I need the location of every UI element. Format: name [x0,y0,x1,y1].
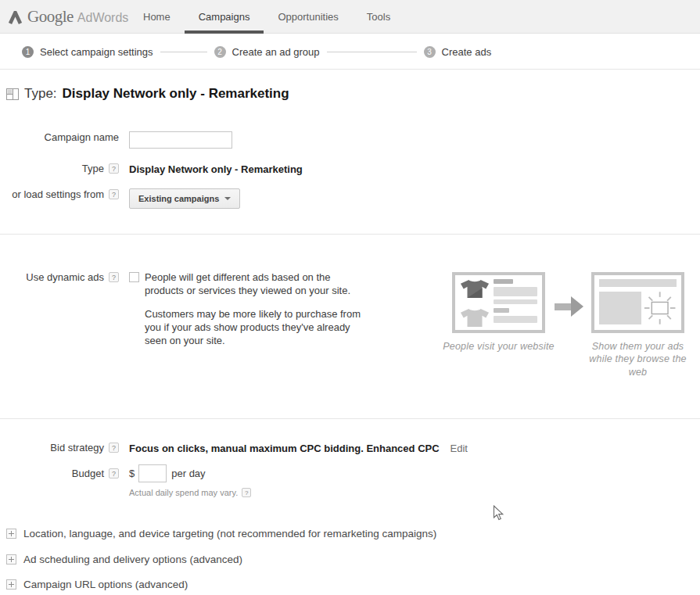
expand-plus-icon[interactable] [6,554,16,565]
campaign-type-icon [6,88,19,100]
website-visit-illustration [452,272,545,333]
dynamic-ads-checkbox-text: People will get different ads based on t… [145,271,370,297]
load-settings-help-icon[interactable] [109,189,119,199]
budget-note-help-icon[interactable] [242,488,251,497]
section-divider [0,234,700,235]
type-label: Type [82,163,104,174]
dynamic-ads-checkbox[interactable] [129,272,139,282]
section-campaign-url-options[interactable]: Campaign URL options (advanced) [6,579,188,590]
step-2-label: Create an ad group [232,46,320,58]
currency-symbol: $ [129,464,135,482]
step-2-circle: 2 [214,46,226,58]
budget-unit: per day [171,464,205,482]
campaign-name-input[interactable] [129,131,232,149]
step-3-label: Create ads [442,46,492,58]
remarketing-illustration: People visit your website [452,272,684,378]
tshirt-light-icon [460,308,490,328]
campaign-name-label: Campaign name [0,131,119,143]
top-header: Google AdWords Home Campaigns Opportunit… [0,0,700,34]
expand-plus-icon[interactable] [6,529,16,539]
adwords-campaign-settings-page: Google AdWords Home Campaigns Opportunit… [0,0,700,595]
budget-help-icon[interactable] [109,468,119,479]
section-divider [0,418,700,419]
budget-input[interactable] [138,464,167,482]
expand-plus-icon[interactable] [6,579,16,590]
arrow-right-icon [555,296,583,317]
nav-item-tools[interactable]: Tools [353,0,404,34]
text-bar [494,287,537,296]
content-block [599,292,641,324]
nav-item-home[interactable]: Home [129,0,185,34]
step-1-label: Select campaign settings [40,46,153,58]
bid-strategy-value: Focus on clicks, manual maximum CPC bidd… [129,443,440,454]
chevron-down-icon [224,197,231,200]
step-3-circle: 3 [424,46,436,58]
bid-strategy-help-icon[interactable] [109,443,119,453]
google-adwords-logo: Google AdWords [0,7,129,27]
type-row: Type Display Network only - Remarketing [0,163,303,175]
type-help-icon[interactable] [109,163,119,174]
step-2: 2 Create an ad group [214,46,320,58]
page-title-value: Display Network only - Remarketing [63,86,289,102]
page-title: Type: Display Network only - Remarketing [6,86,289,102]
load-settings-label: or load settings from [12,188,104,200]
logo-adwords-text: AdWords [77,11,129,25]
illustration-right-caption: Show them your ads while they browse the… [581,340,695,378]
bid-strategy-edit-link[interactable]: Edit [451,443,468,454]
nav-item-opportunities[interactable]: Opportunities [264,0,352,34]
nav-item-campaigns[interactable]: Campaigns [185,0,264,34]
browse-web-illustration [591,272,684,333]
campaign-name-row: Campaign name [0,131,232,149]
text-bar [494,299,537,304]
logo-google-text: Google [27,7,74,27]
step-1: 1 Select campaign settings [22,46,153,58]
wizard-step-bar: 1 Select campaign settings 2 Create an a… [0,34,700,70]
adwords-a-icon [8,11,23,24]
budget-label: Budget [72,468,104,479]
budget-note: Actual daily spend may vary. [129,488,238,497]
mouse-cursor [493,505,504,522]
budget-row: Budget $ per day Actual daily spend may … [0,464,251,497]
text-bar [494,316,537,323]
load-settings-row: or load settings from Existing campaigns [0,188,240,209]
bid-strategy-row: Bid strategy Focus on clicks, manual max… [0,442,468,454]
page-title-prefix: Type: [24,86,57,102]
dynamic-ads-description: Customers may be more likely to purchase… [145,308,370,347]
step-connector [160,52,207,52]
section-ad-scheduling[interactable]: Ad scheduling and delivery options (adva… [6,554,242,565]
existing-campaigns-dropdown[interactable]: Existing campaigns [129,188,240,209]
type-value: Display Network only - Remarketing [129,163,303,175]
main-nav: Home Campaigns Opportunities Tools [129,0,404,34]
text-bar [494,279,513,284]
step-connector [327,52,417,52]
step-3: 3 Create ads [424,46,492,58]
bid-strategy-label: Bid strategy [50,442,104,453]
banner-bar [599,279,677,287]
illustration-left-caption: People visit your website [442,340,556,353]
text-bar [494,308,509,313]
dynamic-ads-row: Use dynamic ads People will get differen… [0,271,370,347]
dynamic-ads-help-icon[interactable] [109,272,119,282]
section-location-targeting[interactable]: Location, language, and device targeting… [6,528,436,539]
highlighted-ad-icon [643,290,677,326]
tshirt-dark-icon [460,279,490,299]
step-1-circle: 1 [22,46,34,58]
dynamic-ads-label: Use dynamic ads [26,271,104,283]
